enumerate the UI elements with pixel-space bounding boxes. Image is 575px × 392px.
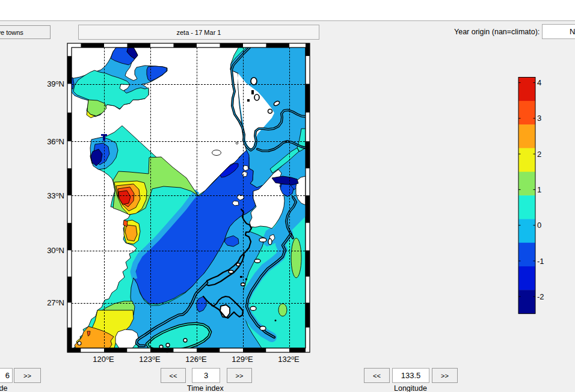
svg-text:39oN: 39oN xyxy=(47,79,64,88)
svg-text:30oN: 30oN xyxy=(47,246,64,255)
svg-text:-2: -2 xyxy=(537,292,544,301)
svg-text:27oN: 27oN xyxy=(47,298,64,307)
svg-text:3: 3 xyxy=(537,114,541,123)
svg-text:0: 0 xyxy=(537,221,541,230)
svg-text:-1: -1 xyxy=(537,257,544,266)
svg-text:123oE: 123oE xyxy=(139,355,161,364)
svg-text:126oE: 126oE xyxy=(185,355,207,364)
svg-text:120oE: 120oE xyxy=(93,355,114,364)
svg-text:132oE: 132oE xyxy=(278,355,300,364)
svg-text:36oN: 36oN xyxy=(47,137,64,146)
svg-text:4: 4 xyxy=(537,78,541,87)
svg-text:129oE: 129oE xyxy=(232,355,253,364)
svg-text:2: 2 xyxy=(537,150,541,159)
svg-text:33oN: 33oN xyxy=(47,191,64,200)
svg-text:1: 1 xyxy=(537,185,541,194)
